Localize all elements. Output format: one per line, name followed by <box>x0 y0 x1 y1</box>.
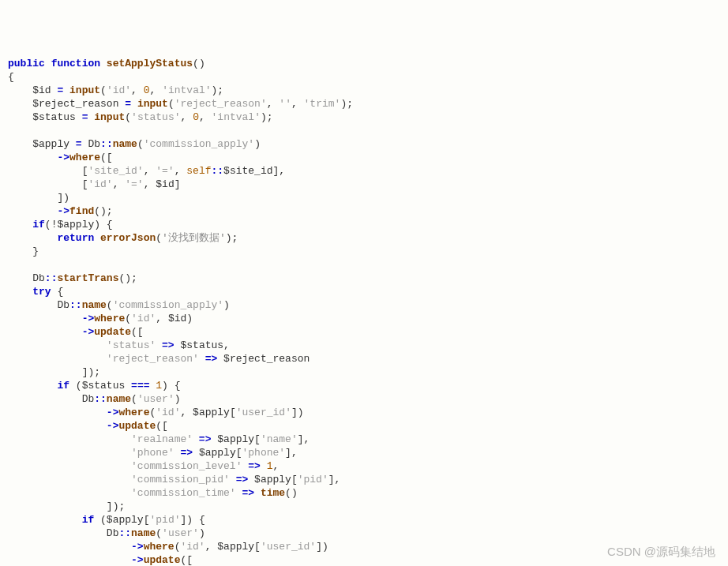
var-id: $id <box>32 84 51 96</box>
fn-name: setApplyStatus <box>107 58 193 69</box>
code-block: public function setApplyStatus() { $id =… <box>8 57 720 566</box>
keyword-function: function <box>51 58 100 69</box>
fn-input: input <box>69 84 100 96</box>
keyword-public: public <box>8 58 45 69</box>
